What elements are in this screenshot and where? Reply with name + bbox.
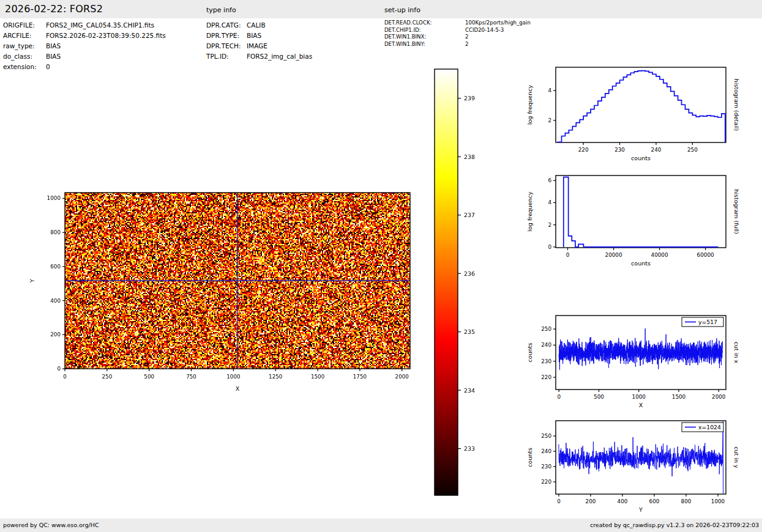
tick-label: 750 <box>186 374 196 380</box>
tick-label: 500 <box>594 394 604 400</box>
tick-label: 200 <box>586 498 596 504</box>
tick-label: 4 <box>548 199 551 205</box>
setup-info-header: set-up info <box>384 6 420 14</box>
qc-report-page: 2026-02-22: FORS2 type info set-up info … <box>0 0 762 532</box>
y-axis-label: Y <box>29 279 35 283</box>
tick-label: 4 <box>548 87 551 94</box>
info-row: DET.WIN1.BINY:2 <box>384 41 531 48</box>
tick-label: 240 <box>651 147 662 153</box>
info-label: DPR.CATG: <box>206 20 247 31</box>
tick-label: 1250 <box>269 374 283 380</box>
x-axis-label: X <box>639 402 643 408</box>
cut-profile-line <box>559 421 723 493</box>
info-label: raw_type: <box>3 41 46 51</box>
info-label: ARCFILE: <box>3 31 46 41</box>
tick-label: 250 <box>541 433 551 439</box>
tick-label: 234 <box>464 387 475 394</box>
tick-label: 250 <box>102 374 112 380</box>
colorbar: 233234235236237238239 <box>428 64 508 501</box>
tick-label: 2 <box>548 222 551 228</box>
tick-label: 220 <box>541 479 551 485</box>
info-value: 2 <box>465 34 468 41</box>
right-axis-label: histogram (full) <box>733 189 740 234</box>
info-value: 100Kps/2ports/high_gain <box>465 20 531 27</box>
bias-image-plot: 0250500750100012501500175020000200400600… <box>24 183 441 407</box>
info-value: BIAS <box>46 51 61 62</box>
plot-canvas: 233234235236237238239 <box>428 64 508 501</box>
info-value: BIAS <box>46 41 61 51</box>
type-info-list: DPR.CATG:CALIBDPR.TYPE:BIASDPR.TECH:IMAG… <box>206 20 312 62</box>
y-axis-label: counts <box>526 343 533 363</box>
info-label: ORIGFILE: <box>3 20 46 31</box>
info-label: DET.CHIP1.ID: <box>384 27 465 34</box>
tick-label: 800 <box>681 498 692 504</box>
info-value: BIAS <box>247 31 261 41</box>
tick-label: 2 <box>548 117 551 124</box>
tick-label: 1000 <box>226 374 241 380</box>
tick-label: 0 <box>557 498 561 504</box>
tick-label: 235 <box>464 328 475 335</box>
tick-label: 0 <box>566 252 570 258</box>
tick-label: 0 <box>63 374 67 380</box>
page-title: 2026-02-22: FORS2 <box>5 3 103 15</box>
info-label: DPR.TECH: <box>206 41 247 51</box>
histogram-full-curve <box>564 177 719 247</box>
info-row: extension:0 <box>3 62 166 72</box>
info-row: DET.READ.CLOCK:100Kps/2ports/high_gain <box>384 20 531 27</box>
tick-label: 6 <box>548 177 551 183</box>
tick-label: 250 <box>541 326 551 332</box>
plot-canvas: 0250500750100012501500175020000200400600… <box>24 183 441 407</box>
tick-label: 600 <box>649 498 660 504</box>
tick-label: 237 <box>464 212 475 218</box>
info-label: DPR.TYPE: <box>206 31 247 41</box>
info-label: DET.WIN1.BINX: <box>384 34 465 41</box>
plot-frame <box>556 175 726 248</box>
tick-label: 230 <box>614 147 625 153</box>
info-value: 2 <box>465 41 468 48</box>
y-axis-label: counts <box>526 448 533 467</box>
cut-in-x-plot: 0500100015002000220230240250Xcountscut i… <box>523 308 762 415</box>
tick-label: 500 <box>144 374 154 380</box>
tick-label: 230 <box>541 464 551 470</box>
tick-label: 2000 <box>712 394 726 400</box>
tick-label: 1000 <box>47 195 61 201</box>
tick-label: 0 <box>548 244 551 250</box>
info-row: DPR.TYPE:BIAS <box>206 31 312 41</box>
info-row: DET.CHIP1.ID:CCID20-14-5-3 <box>384 27 531 34</box>
plot-canvas: 22023024025024countslog frequencyhistogr… <box>523 60 762 170</box>
tick-label: 200 <box>50 331 61 338</box>
info-value: CALIB <box>247 20 266 31</box>
tick-label: 0 <box>557 394 561 400</box>
info-value: 0 <box>46 62 50 72</box>
tick-label: 800 <box>50 229 61 235</box>
info-row: TPL.ID:FORS2_img_cal_bias <box>206 51 312 62</box>
type-info-header: type info <box>206 6 236 14</box>
info-label: DET.READ.CLOCK: <box>384 20 465 27</box>
info-row: DET.WIN1.BINX:2 <box>384 34 531 41</box>
histogram-full-plot: 02000040000600000246countslog frequencyh… <box>523 169 762 273</box>
info-value: FORS2_IMG_CAL054.35.CHIP1.fits <box>46 20 154 31</box>
footer-created-by: created by qc_rawdisp.py v1.2.3 on 2026-… <box>590 522 759 528</box>
right-axis-label: histogram (detail) <box>733 79 740 131</box>
info-label: extension: <box>3 62 46 72</box>
tick-label: 60000 <box>697 252 714 258</box>
tick-label: 236 <box>464 270 475 277</box>
legend-label: x=1024 <box>698 424 721 430</box>
y-axis-label: log frequency <box>526 85 533 125</box>
plot-frame <box>65 193 410 369</box>
info-row: ARCFILE:FORS2.2026-02-23T08:39:50.225.fi… <box>3 31 166 41</box>
tick-label: 220 <box>541 374 551 380</box>
info-label: DET.WIN1.BINY: <box>384 41 465 48</box>
tick-label: 20000 <box>605 252 622 258</box>
info-label: TPL.ID: <box>206 51 247 62</box>
tick-label: 238 <box>464 153 475 160</box>
header-bar: 2026-02-22: FORS2 type info set-up info <box>0 0 762 18</box>
legend-label: y=517 <box>698 319 717 325</box>
tick-label: 230 <box>541 358 551 364</box>
histogram-detail-curve <box>558 71 725 142</box>
tick-label: 600 <box>50 264 61 270</box>
tick-label: 240 <box>541 342 551 348</box>
info-value: CCID20-14-5-3 <box>465 27 504 34</box>
tick-label: 2000 <box>395 374 409 380</box>
tick-label: 1500 <box>311 374 325 380</box>
